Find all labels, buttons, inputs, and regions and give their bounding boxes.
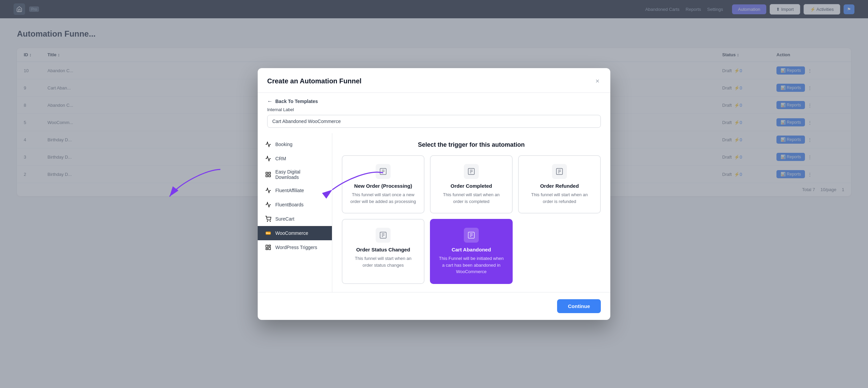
crm-icon [264, 155, 272, 162]
cart-abandoned-icon [464, 228, 479, 243]
wordpress-icon [264, 244, 272, 251]
svg-point-4 [267, 221, 268, 222]
order-completed-icon [464, 164, 479, 179]
woocommerce-icon: Woo [264, 229, 272, 237]
sidebar-woocommerce-label: WooCommerce [275, 230, 308, 236]
back-link-label: Back To Templates [275, 99, 318, 104]
modal-body: Booking CRM [258, 133, 610, 292]
order-status-desc: This funnel will start when an order sta… [349, 255, 417, 268]
internal-label-input[interactable] [267, 115, 601, 128]
order-refunded-desc: This funnel will start when an order is … [526, 191, 593, 205]
svg-rect-9 [269, 245, 271, 247]
order-status-name: Order Status Changed [356, 247, 410, 252]
sidebar-wordpress-label: WordPress Triggers [275, 245, 317, 250]
trigger-grid: New Order (Processing) This funnel will … [342, 155, 601, 284]
new-order-name: New Order (Processing) [354, 183, 412, 189]
modal-main-content: Select the trigger for this automation [332, 133, 610, 292]
sidebar-item-fluentboards[interactable]: FluentBoards [258, 198, 332, 212]
trigger-card-new-order[interactable]: New Order (Processing) This funnel will … [342, 155, 425, 213]
modal-close-button[interactable]: × [594, 76, 601, 86]
internal-label-heading: Internal Label [267, 107, 601, 112]
trigger-card-order-status[interactable]: Order Status Changed This funnel will st… [342, 219, 425, 284]
new-order-icon [376, 164, 391, 179]
sidebar-surecart-label: SureCart [275, 216, 294, 222]
sidebar-edd-label: Easy Digital Downloads [275, 169, 325, 180]
sidebar-item-edd[interactable]: Easy Digital Downloads [258, 166, 332, 183]
edd-icon [264, 171, 272, 178]
svg-rect-3 [269, 175, 271, 177]
cart-abandoned-name: Cart Abandoned [452, 247, 491, 252]
surecart-icon [264, 215, 272, 223]
back-arrow-icon: ← [267, 98, 273, 104]
create-funnel-modal: Create an Automation Funnel × ← Back To … [258, 68, 610, 320]
sidebar-item-wordpress[interactable]: WordPress Triggers [258, 240, 332, 254]
svg-rect-0 [266, 172, 268, 174]
back-to-templates-link[interactable]: ← Back To Templates [258, 93, 610, 107]
cart-abandoned-desc: This Funnel will be initiated when a car… [437, 255, 505, 275]
new-order-desc: This funnel will start once a new order … [349, 191, 417, 205]
svg-rect-1 [269, 172, 271, 174]
sidebar-item-fluentaffiliate[interactable]: FluentAffiliate [258, 183, 332, 198]
svg-rect-11 [266, 248, 268, 250]
trigger-section-title: Select the trigger for this automation [342, 141, 601, 148]
sidebar-fluentaffiliate-label: FluentAffiliate [275, 188, 304, 193]
modal-overlay: Create an Automation Funnel × ← Back To … [0, 0, 868, 388]
sidebar-fluentboards-label: FluentBoards [275, 202, 303, 207]
fluentboards-icon [264, 201, 272, 208]
booking-icon [264, 141, 272, 148]
continue-button[interactable]: Continue [557, 299, 601, 313]
svg-point-5 [270, 221, 271, 222]
internal-label-section: Internal Label [258, 107, 610, 133]
svg-rect-2 [266, 175, 268, 177]
order-completed-name: Order Completed [451, 183, 492, 189]
svg-text:Woo: Woo [266, 232, 271, 234]
sidebar-item-crm[interactable]: CRM [258, 151, 332, 166]
trigger-card-order-refunded[interactable]: Order Refunded This funnel will start wh… [518, 155, 601, 213]
svg-rect-10 [269, 247, 271, 250]
svg-rect-8 [266, 245, 268, 248]
sidebar-item-woocommerce[interactable]: Woo WooCommerce [258, 226, 332, 240]
modal-footer: Continue [258, 292, 610, 320]
trigger-card-order-completed[interactable]: Order Completed This funnel will start w… [430, 155, 513, 213]
order-refunded-icon [552, 164, 567, 179]
sidebar-crm-label: CRM [275, 156, 286, 161]
sidebar-item-booking[interactable]: Booking [258, 137, 332, 151]
trigger-card-cart-abandoned[interactable]: Cart Abandoned This Funnel will be initi… [430, 219, 513, 284]
modal-title: Create an Automation Funnel [267, 77, 361, 85]
order-refunded-name: Order Refunded [540, 183, 579, 189]
fluentaffiliate-icon [264, 187, 272, 194]
sidebar-item-surecart[interactable]: SureCart [258, 212, 332, 226]
sidebar-booking-label: Booking [275, 142, 293, 147]
order-completed-desc: This funnel will start when an order is … [437, 191, 505, 205]
trigger-sidebar: Booking CRM [258, 133, 332, 292]
order-status-icon [376, 228, 391, 243]
modal-header: Create an Automation Funnel × [258, 68, 610, 93]
